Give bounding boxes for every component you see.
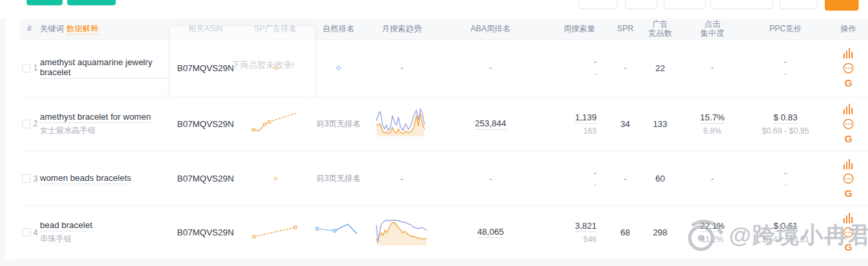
col-header-click-share: 点击集中度 (682, 20, 742, 39)
ad-competitors-count: 22 (655, 63, 664, 73)
page-left-margin (0, 0, 5, 266)
filter-input-1[interactable] (579, 0, 617, 9)
topbar (0, 0, 868, 19)
col-header-aba: ABA周排名 (435, 25, 546, 34)
keyword-link[interactable]: amethyst aquamarine jewelry bracelet (40, 57, 169, 78)
aba-rank-value: 253,844 (475, 118, 506, 130)
col-header-ad-competitors: 广告竞品数 (638, 20, 682, 39)
sp-rank-sparkline (251, 219, 299, 247)
keyword-link[interactable]: amethyst bracelet for women (40, 112, 151, 123)
col-header-ppc: PPC竞价 (742, 25, 829, 34)
bar-chart-icon[interactable] (843, 213, 855, 223)
bar-chart-icon[interactable] (843, 48, 855, 59)
related-asin: B07MQVS29N (177, 174, 233, 184)
col-header-num: # (20, 25, 39, 34)
keyword-link[interactable]: women beads bracelets (40, 173, 131, 184)
filter-input-4[interactable] (710, 0, 773, 9)
google-icon[interactable]: G (845, 77, 853, 88)
teal-action-button-1[interactable] (27, 0, 63, 5)
related-asin: B07MQVS29N (177, 63, 233, 73)
natural-rank-sparkline (315, 219, 362, 247)
keyword-table-card: # 关键词数据解释 相关ASIN SP广告排名 自然排名 月搜索趋势 ABA周排… (20, 19, 868, 259)
ad-competitors-count: 133 (653, 119, 668, 129)
more-options-icon[interactable] (843, 118, 854, 129)
google-icon[interactable]: G (845, 133, 853, 144)
row-checkbox[interactable] (22, 174, 31, 183)
natural-rank-note: 前3页无排名 (317, 118, 361, 130)
more-options-icon[interactable] (843, 174, 854, 184)
row-checkbox[interactable] (22, 228, 31, 237)
bar-chart-icon[interactable] (843, 159, 855, 170)
google-icon[interactable]: G (845, 242, 853, 253)
bar-chart-icon[interactable] (843, 104, 855, 114)
keyword-translation: 串珠手链 (40, 233, 72, 245)
more-options-icon[interactable] (843, 227, 854, 238)
google-icon[interactable]: G (845, 188, 853, 199)
teal-action-button-2[interactable] (67, 0, 116, 5)
row-checkbox[interactable] (22, 120, 31, 128)
natural-rank-dot (337, 66, 341, 70)
table-header-row: # 关键词数据解释 相关ASIN SP广告排名 自然排名 月搜索趋势 ABA周排… (20, 19, 868, 40)
table-row: 4 bead bracelet串珠手链 B07MQVS29N 48,065 3,… (20, 206, 868, 259)
col-header-trend: 月搜索趋势 (368, 25, 435, 34)
search-trend-chart (374, 107, 429, 140)
filter-input-2[interactable] (625, 0, 657, 9)
ad-competitors-count: 298 (653, 227, 668, 237)
filter-input-3[interactable] (664, 0, 706, 9)
data-explain-link[interactable]: 数据解释 (67, 24, 98, 35)
row-checkbox[interactable] (22, 64, 31, 72)
page-bottom-margin (0, 259, 868, 266)
more-options-icon[interactable] (843, 63, 854, 73)
keyword-link[interactable]: bead bracelet (40, 220, 92, 231)
sp-rank-dot (274, 177, 277, 180)
table-row: 2 amethyst bracelet for women女士紫水晶手链 B07… (20, 96, 868, 152)
keyword-translation: 女士紫水晶手链 (40, 125, 96, 136)
related-asin: B07MQVS29N (177, 119, 233, 129)
col-header-spr: SPR (613, 25, 638, 34)
filter-input-5[interactable] (780, 0, 817, 9)
col-header-weekly: 周搜索量 (546, 25, 613, 34)
search-trend-chart (374, 216, 429, 249)
col-header-ops: 操作 (829, 25, 868, 34)
natural-rank-note: 前3页无排名 (317, 173, 361, 184)
table-row: 3 women beads bracelets B07MQVS29N 前3页无排… (20, 152, 868, 206)
asin-not-indexed-tooltip-text: 下商品暂未收录! (231, 59, 295, 71)
related-asin: B07MQVS29N (177, 227, 233, 237)
aba-rank-value: 48,065 (478, 227, 504, 238)
sp-rank-sparkline (251, 110, 299, 138)
table-row: 1 amethyst aquamarine jewelry bracelet B… (20, 40, 868, 96)
col-header-natural-rank: 自然排名 (309, 25, 368, 34)
col-header-keyword: 关键词数据解释 (39, 25, 169, 34)
ad-competitors-count: 60 (655, 174, 664, 184)
search-button[interactable] (825, 0, 859, 11)
